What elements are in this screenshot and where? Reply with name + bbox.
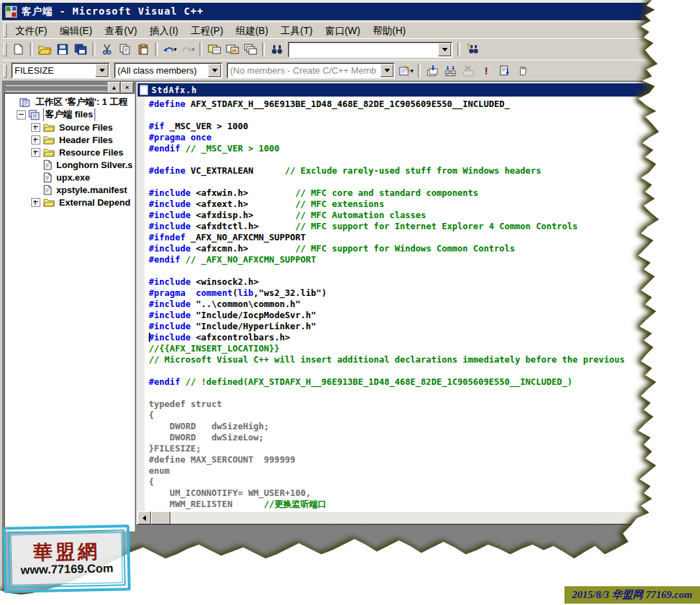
toolbar-gripper[interactable] bbox=[3, 64, 7, 78]
toolbar-standard-items: ▾▾? bbox=[9, 39, 481, 60]
plus-expander-icon[interactable] bbox=[31, 198, 40, 207]
document-title-bar[interactable]: StdAfx.h bbox=[138, 83, 660, 97]
build-button[interactable] bbox=[441, 63, 459, 79]
code-line: #include "Include/IocpModeSvr.h" bbox=[149, 310, 660, 321]
save-button[interactable] bbox=[54, 41, 72, 58]
scrollbar-thumb[interactable] bbox=[151, 511, 170, 524]
workspace-panel: ▴ × 工作区 '客户端': 1 工程客户端 filesSource Files… bbox=[4, 82, 135, 531]
cut-button[interactable] bbox=[98, 41, 116, 58]
workspace-tree-box: 工作区 '客户端': 1 工程客户端 filesSource FilesHead… bbox=[4, 93, 135, 531]
dropdown-arrow-icon[interactable] bbox=[95, 64, 108, 77]
plus-expander-icon[interactable] bbox=[31, 148, 40, 157]
tree-item-upx-exe[interactable]: upx.exe bbox=[5, 171, 134, 183]
workspace-pane-button[interactable] bbox=[205, 41, 223, 58]
paste-icon bbox=[138, 44, 149, 55]
window-title: 客户端 - Microsoft Visual C++ bbox=[22, 6, 204, 18]
tree-item-source-files-label: Source Files bbox=[58, 122, 114, 133]
members-filter-combo[interactable]: (All class members) bbox=[114, 63, 222, 78]
output-pane-button[interactable] bbox=[223, 41, 241, 58]
menu-item-9[interactable]: 帮助(H) bbox=[366, 23, 412, 38]
find-tool-button[interactable] bbox=[268, 41, 286, 58]
go-button[interactable] bbox=[496, 63, 514, 79]
new-file-button[interactable] bbox=[9, 41, 27, 58]
toolbar-separator bbox=[200, 42, 202, 56]
dropdown-arrow-icon[interactable]: ▾ bbox=[174, 46, 177, 53]
redo-button[interactable]: ▾ bbox=[179, 41, 197, 58]
menu-item-1[interactable]: 文件(F) bbox=[9, 23, 54, 38]
code-line bbox=[149, 154, 660, 165]
plus-expander-icon[interactable] bbox=[31, 135, 40, 144]
msdev-window: 客户端 - Microsoft Visual C++ 文件(F)编辑(E)查看(… bbox=[0, 0, 700, 605]
breakpoint-hand-button[interactable] bbox=[514, 63, 532, 79]
menu-item-4[interactable]: 插入(I) bbox=[143, 23, 184, 38]
tree-item-project-label: 客户端 files bbox=[43, 108, 95, 121]
save-all-icon bbox=[74, 44, 87, 55]
execute-button[interactable]: ! bbox=[478, 63, 496, 79]
copy-button[interactable] bbox=[116, 41, 134, 58]
toolbar-separator bbox=[262, 42, 265, 56]
code-line: #endif // !defined(AFX_STDAFX_H__96E913B… bbox=[149, 376, 660, 388]
find-icon bbox=[270, 44, 284, 55]
tree-item-longhorn-silver[interactable]: Longhorn Silver.s bbox=[5, 158, 134, 171]
paste-button[interactable] bbox=[134, 41, 152, 58]
toolbar-gripper[interactable] bbox=[3, 42, 7, 56]
window-list-button[interactable] bbox=[241, 41, 259, 58]
dropdown-arrow-icon[interactable] bbox=[208, 64, 221, 77]
selection-margin[interactable] bbox=[138, 97, 145, 512]
tree-item-project[interactable]: 客户端 files bbox=[5, 108, 134, 121]
code-area[interactable]: #define AFX_STDAFX_H__96E913BE_1D48_468E… bbox=[138, 97, 660, 512]
menu-item-3[interactable]: 查看(V) bbox=[99, 23, 144, 38]
tree-item-workspace-root-label: 工作区 '客户端': 1 工程 bbox=[34, 96, 129, 108]
tree-item-resource-files[interactable]: Resource Files bbox=[5, 146, 134, 158]
minus-expander-icon[interactable] bbox=[17, 110, 26, 119]
find-in-files-button[interactable]: ? bbox=[463, 41, 481, 58]
title-bar[interactable]: 客户端 - Microsoft Visual C++ bbox=[2, 3, 700, 20]
save-all-button[interactable] bbox=[72, 41, 90, 58]
editor-window: StdAfx.h #define AFX_STDAFX_H__96E913BE_… bbox=[136, 82, 662, 525]
class-combo[interactable]: FILESIZE bbox=[11, 63, 110, 78]
folder-icon bbox=[43, 198, 55, 207]
dropdown-arrow-icon[interactable]: ▾ bbox=[192, 46, 195, 53]
find-combo[interactable] bbox=[288, 42, 453, 58]
panel-minimize-button[interactable]: ▴ bbox=[108, 82, 120, 93]
tree-item-header-files[interactable]: Header Files bbox=[5, 133, 134, 146]
build-icon bbox=[444, 65, 457, 76]
output-pane-icon bbox=[226, 44, 239, 55]
stop-build-icon bbox=[462, 65, 475, 76]
menu-item-7[interactable]: 工具(T) bbox=[275, 23, 319, 38]
menu-item-2[interactable]: 编辑(E) bbox=[54, 23, 99, 38]
tree-item-xpstyle-manifest[interactable]: xpstyle.manifest bbox=[5, 183, 134, 196]
window-list-icon bbox=[244, 44, 257, 55]
menu-item-5[interactable]: 工程(P) bbox=[184, 23, 229, 38]
menu-item-6[interactable]: 组建(B) bbox=[229, 23, 275, 38]
plus-expander-icon[interactable] bbox=[31, 123, 40, 132]
tree-item-source-files[interactable]: Source Files bbox=[5, 121, 134, 133]
member-combo[interactable]: (No members - Create C/C++ Memb bbox=[227, 63, 395, 78]
dropdown-arrow-icon[interactable] bbox=[380, 64, 393, 77]
undo-button[interactable]: ▾ bbox=[161, 41, 179, 58]
menu-item-8[interactable]: 窗口(W) bbox=[319, 23, 367, 38]
execute-icon: ! bbox=[482, 65, 491, 76]
code-line: MWM_RELISTEN //更换监听端口 bbox=[149, 499, 660, 510]
dropdown-arrow-icon[interactable] bbox=[438, 43, 451, 56]
scroll-left-arrow-icon[interactable] bbox=[138, 511, 151, 524]
horizontal-scrollbar[interactable] bbox=[138, 512, 660, 524]
toolbar-wizard-items: FILESIZE(All class members)(No members -… bbox=[9, 60, 532, 81]
toolbar-separator bbox=[457, 42, 460, 56]
compile-button[interactable] bbox=[423, 63, 441, 79]
code-line: #define AFX_STDAFX_H__96E913BE_1D48_468E… bbox=[149, 99, 660, 110]
workspace-icon bbox=[19, 97, 31, 108]
classwizard-button[interactable]: ▾ bbox=[397, 63, 415, 79]
tree-item-external-dependencies[interactable]: External Depend bbox=[5, 196, 134, 208]
panel-close-button[interactable]: × bbox=[121, 82, 133, 93]
scrollbar-track[interactable] bbox=[138, 512, 660, 524]
code-line: #if _MSC_VER > 1000 bbox=[149, 121, 660, 132]
stop-build-button[interactable] bbox=[459, 63, 478, 79]
find-in-files-icon: ? bbox=[466, 44, 479, 55]
code-line: typedef struct bbox=[149, 399, 660, 410]
dropdown-arrow-icon[interactable]: ▾ bbox=[410, 67, 414, 74]
tree-item-workspace-root[interactable]: 工作区 '客户端': 1 工程 bbox=[5, 96, 134, 108]
open-file-button[interactable] bbox=[35, 41, 54, 58]
toolbar-gripper[interactable] bbox=[3, 24, 7, 38]
panel-gripper[interactable] bbox=[6, 85, 107, 92]
